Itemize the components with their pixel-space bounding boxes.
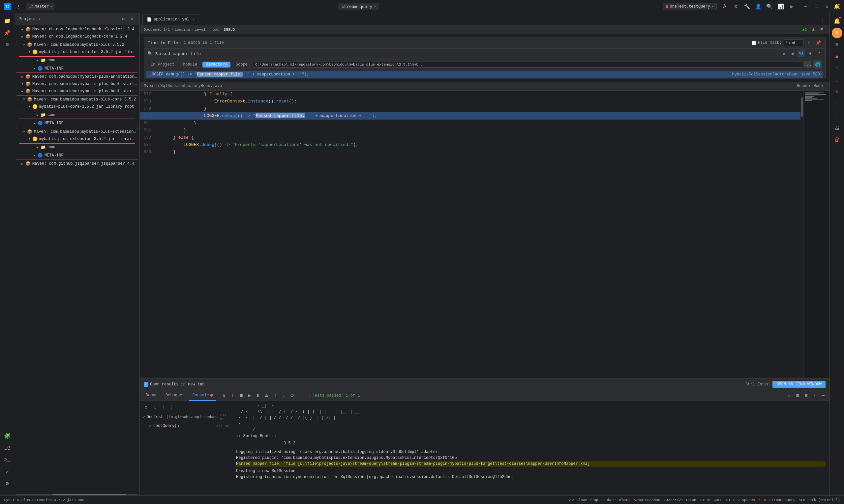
- project-selector[interactable]: stream-query ▾: [338, 3, 379, 10]
- tree-settings-icon[interactable]: ⚙: [142, 403, 150, 411]
- minimize-button[interactable]: ─: [801, 2, 810, 11]
- breadcrumb-level[interactable]: level: [195, 28, 206, 32]
- tree-item-mp-core-jar[interactable]: ▼ 🟡 mybatis-plus-core-3.5.2.jar library …: [16, 103, 138, 110]
- tree-item-mybatis-plus[interactable]: ▼ 📦 Maven: com.baomidou:mybatis-plus:3.5…: [16, 41, 138, 49]
- breadcrumb-doc[interactable]: Document 1/1: [144, 28, 170, 32]
- tree-item-com-core[interactable]: ▶ 📁 com: [19, 111, 135, 119]
- toggle-replace-icon[interactable]: ⇄: [789, 50, 796, 57]
- breadcrumb-debug[interactable]: DEBUG: [224, 28, 235, 32]
- tree-item-com-ext[interactable]: ▶ 📁 com: [19, 144, 135, 151]
- tree-item-logback-core[interactable]: ▶ 📦 Maven: ch.qos.logback:logback-core:1…: [15, 33, 139, 40]
- collaborators-icon[interactable]: 👤: [754, 2, 763, 11]
- delete-right-icon[interactable]: 🗑: [832, 134, 842, 145]
- tree-item-mp-boot-starter[interactable]: ▼ 📦 Maven: com.baomidou:mybatis-plus-boo…: [15, 80, 139, 88]
- tree-item-meta-inf[interactable]: ▶ 🔵 META-INF: [16, 65, 138, 72]
- next-occurrence-icon[interactable]: ▼: [818, 26, 826, 33]
- encoding-status[interactable]: CRLF UTF-8 2 spaces: [714, 498, 755, 502]
- up2-right-icon[interactable]: ↑: [832, 99, 842, 109]
- filter-icon[interactable]: ⚡: [806, 39, 813, 47]
- file-path-status[interactable]: mybatis-plus-extension-3.5.2.jar › com: [4, 498, 84, 502]
- tree-item-logback-classic[interactable]: ▶ 📦 Maven: ch.qos.logback:logback-classi…: [15, 26, 139, 33]
- expand-debug-icon[interactable]: ⊞: [803, 392, 810, 399]
- sort-icon[interactable]: ↕: [229, 392, 236, 399]
- tabs-overflow-icon[interactable]: ⋮: [819, 18, 827, 25]
- plugins-icon[interactable]: ⚙: [731, 2, 740, 11]
- clear-search-icon[interactable]: ✕: [780, 50, 788, 57]
- step-down-icon[interactable]: ↓: [280, 392, 288, 399]
- panel-close-icon[interactable]: ✕: [128, 16, 136, 23]
- recycle-icon[interactable]: ⟳: [289, 392, 296, 399]
- open-in-new-tab-checkbox[interactable]: ✓ Open results in new tab: [144, 382, 205, 387]
- tree-item-com-folder[interactable]: ▶ 📁 com: [19, 57, 135, 64]
- regex-icon[interactable]: .*: [815, 50, 822, 57]
- notifications-right-icon[interactable]: 🔔: [832, 16, 842, 26]
- maximize-button[interactable]: □: [812, 2, 821, 11]
- test-item-onetest[interactable]: ✓ OneTest (io.github.vampireachao. 247 m…: [140, 412, 232, 422]
- reader-mode-button[interactable]: Reader Mode: [794, 83, 826, 89]
- open-find-window-button[interactable]: OPEN IN FIND WINDOW: [773, 381, 826, 388]
- panel-settings-icon[interactable]: ⚙: [120, 16, 127, 23]
- debug-tab-debug[interactable]: Debug: [142, 390, 161, 401]
- debug-tab-debugger[interactable]: Debugger: [162, 390, 188, 401]
- translate-icon[interactable]: A: [720, 2, 729, 11]
- find-search-input[interactable]: [155, 51, 778, 56]
- more-debug-icon[interactable]: ⋮: [297, 392, 305, 399]
- test-item-testquery[interactable]: ✓ testQuery() 247 ms: [140, 422, 232, 430]
- search-icon[interactable]: 🔍: [765, 2, 774, 11]
- tree-item-mp-annotation[interactable]: ▶ 📦 Maven: com.baomidou:mybatis-plus-ann…: [15, 73, 139, 80]
- minimize-panel-icon[interactable]: ─: [820, 392, 827, 399]
- tab-application-yml[interactable]: 📄 application.yml ✕: [142, 14, 200, 25]
- debug-more-icon[interactable]: ⋮: [811, 392, 818, 399]
- minimize-debug-icon[interactable]: ⊟: [794, 392, 801, 399]
- pause-icon[interactable]: ⏸: [255, 392, 262, 399]
- settings2-right-icon[interactable]: ≡: [832, 87, 842, 97]
- tree-item-jsqlparser[interactable]: ▶ 📦 Maven: com.github.jsqlparser:jsqlpar…: [15, 160, 139, 167]
- tree-item-mp-boot-starter-test[interactable]: ▶ 📦 Maven: com.baomidou:mybatis-plus-boo…: [15, 88, 139, 95]
- settings-side-icon[interactable]: ⚙: [2, 478, 13, 489]
- project-status[interactable]: stream-query: [769, 498, 795, 502]
- stop-icon[interactable]: ⏹: [237, 392, 245, 399]
- tree-item-meta-core[interactable]: ▶ 🔵 META-INF: [16, 120, 138, 127]
- vcs-icon[interactable]: 📊: [776, 2, 785, 11]
- tree-item-mp-extension[interactable]: ▼ 📦 Maven: com.baomidou:mybatis-plus-ext…: [16, 128, 138, 136]
- hamburger-menu[interactable]: ⋮: [15, 3, 22, 11]
- code-content[interactable]: 577 } finally { 578 ErrorContext.instanc…: [140, 91, 800, 378]
- find-result-item[interactable]: LOGGER.debug(() -> "Parsed mapper file: …: [146, 71, 823, 78]
- tree-item-mp-boot-jar[interactable]: ▼ 🟡 mybatis-plus-boot-starter-3.5.2.jar …: [16, 49, 138, 56]
- close-debug-icon[interactable]: ✕: [785, 392, 793, 399]
- plugins-side-icon[interactable]: 🧩: [2, 431, 13, 442]
- filter-tree-icon[interactable]: ⋮: [168, 403, 175, 411]
- log-right-icon[interactable]: ≡: [832, 39, 842, 50]
- collapse-all-icon[interactable]: ⇅: [151, 403, 158, 411]
- down2-right-icon[interactable]: ↓: [832, 111, 842, 121]
- tree-item-mp-ext-jar[interactable]: ▼ 🟡 mybatis-plus-extension-3.5.2.jar lib…: [16, 136, 138, 143]
- run-config-selector[interactable]: OneTest.testQuery ▾: [663, 3, 717, 10]
- scope-scope[interactable]: Scope: [232, 61, 251, 68]
- git-side-icon[interactable]: ⎇: [2, 443, 13, 453]
- branch-selector[interactable]: ⎇ master ▾: [26, 3, 55, 10]
- notifications-badge[interactable]: 🔔: [833, 3, 840, 10]
- recursive-search-icon[interactable]: 🌐: [813, 60, 822, 69]
- scope-module[interactable]: Module: [180, 61, 201, 68]
- filemask-checkbox[interactable]: [752, 41, 756, 45]
- scope-in-project[interactable]: In Project: [148, 61, 178, 68]
- project-tree[interactable]: ▶ 📦 Maven: ch.qos.logback:logback-classi…: [15, 25, 139, 493]
- avatar-right[interactable]: A: [832, 28, 842, 38]
- tab-close-icon[interactable]: ✕: [191, 17, 196, 22]
- browse-path-icon[interactable]: ...: [804, 61, 811, 68]
- down-arrow-right-icon[interactable]: ↓: [832, 75, 842, 86]
- match-case-icon[interactable]: Aa: [797, 50, 805, 57]
- filemask-input[interactable]: [784, 39, 804, 46]
- close-button[interactable]: ✕: [822, 2, 831, 11]
- sort-tree-icon[interactable]: ↕: [159, 403, 167, 411]
- checkmark-side-icon[interactable]: ✓: [2, 466, 13, 477]
- tree-item-mp-core[interactable]: ▼ 📦 Maven: com.baomidou:mybatis-plus-cor…: [16, 96, 138, 103]
- editor-vertical-scrollbar[interactable]: [800, 91, 803, 378]
- breadcrumb-root[interactable]: root: [210, 28, 219, 32]
- bookmarks-icon[interactable]: 📌: [2, 28, 13, 38]
- project-tool-icon[interactable]: 📁: [2, 16, 13, 26]
- step-icon[interactable]: ⏏: [263, 392, 270, 399]
- whole-word-icon[interactable]: W: [806, 50, 813, 57]
- debug-tab-console[interactable]: Console: [189, 390, 216, 401]
- blame-status[interactable]: Blame: VampireAchao: [619, 498, 660, 502]
